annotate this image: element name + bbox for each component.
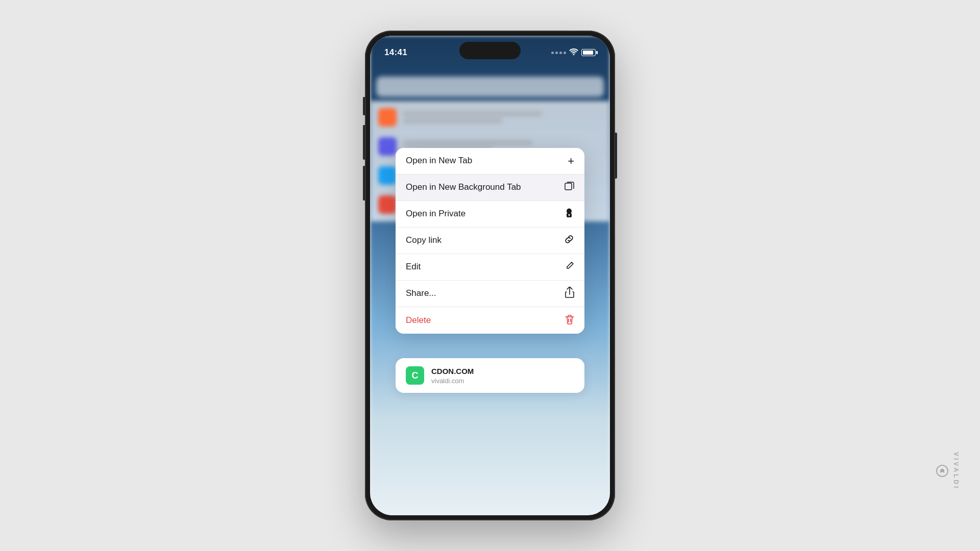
url-info: CDON.COM vivaldi.com xyxy=(431,367,474,385)
menu-item-edit-label: Edit xyxy=(406,261,421,272)
menu-item-open-private-label: Open in Private xyxy=(406,208,465,219)
edit-icon xyxy=(565,261,574,273)
dynamic-island xyxy=(459,42,521,59)
svg-point-1 xyxy=(567,209,572,214)
share-icon xyxy=(565,287,574,300)
menu-item-copy-link[interactable]: Copy link xyxy=(396,228,584,254)
status-time: 14:41 xyxy=(384,47,407,58)
menu-item-delete[interactable]: Delete xyxy=(396,307,584,334)
menu-item-open-background-tab-label: Open in New Background Tab xyxy=(406,182,521,193)
url-preview-card[interactable]: C CDON.COM vivaldi.com xyxy=(396,358,584,393)
menu-item-open-private[interactable]: Open in Private xyxy=(396,201,584,228)
signal-icon xyxy=(551,52,566,54)
power-button xyxy=(615,133,617,179)
vivaldi-watermark: VIVALDI xyxy=(936,452,960,490)
battery-icon xyxy=(581,49,596,56)
private-icon xyxy=(564,207,574,221)
phone-screen: 14:41 xyxy=(370,36,610,515)
menu-item-open-new-tab-label: Open in New Tab xyxy=(406,155,472,166)
status-icons xyxy=(551,48,596,57)
url-site-name: CDON.COM xyxy=(431,367,474,375)
menu-item-share[interactable]: Share... xyxy=(396,281,584,307)
menu-item-delete-label: Delete xyxy=(406,315,431,326)
menu-item-open-new-tab[interactable]: Open in New Tab + xyxy=(396,148,584,174)
url-favicon: C xyxy=(406,366,424,385)
context-menu: Open in New Tab + Open in New Background… xyxy=(396,148,584,334)
menu-item-edit[interactable]: Edit xyxy=(396,254,584,281)
volume-up-button xyxy=(363,125,365,160)
menu-item-open-background-tab[interactable]: Open in New Background Tab xyxy=(396,174,584,201)
vivaldi-logo-icon xyxy=(936,465,948,477)
mute-button xyxy=(363,97,365,115)
vivaldi-label: VIVALDI xyxy=(952,452,960,490)
new-tab-icon: + xyxy=(568,155,574,168)
phone-frame: 14:41 xyxy=(365,31,615,520)
background-tab-icon xyxy=(564,181,574,194)
menu-item-share-label: Share... xyxy=(406,288,436,299)
url-domain: vivaldi.com xyxy=(431,377,474,385)
volume-down-button xyxy=(363,166,365,201)
trash-icon xyxy=(565,314,574,327)
svg-rect-0 xyxy=(565,183,572,190)
wifi-icon xyxy=(569,48,578,57)
menu-item-copy-link-label: Copy link xyxy=(406,235,442,246)
link-icon xyxy=(564,234,574,247)
